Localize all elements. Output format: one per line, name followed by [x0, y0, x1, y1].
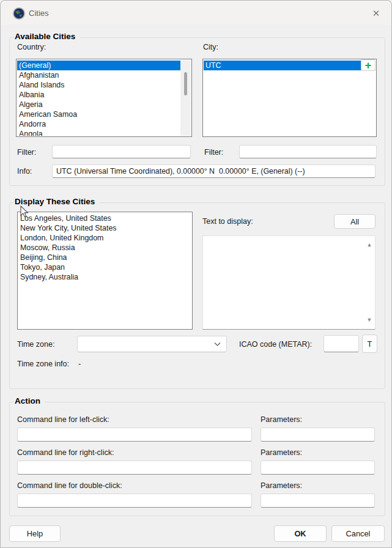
- right-click-command-label: Command line for right-click:: [17, 448, 114, 457]
- right-click-params-label: Parameters:: [261, 448, 302, 457]
- icao-input[interactable]: [324, 335, 359, 352]
- country-item[interactable]: Angola: [17, 129, 180, 136]
- ok-button[interactable]: OK: [274, 525, 327, 542]
- cities-dialog: { "window": { "title": "Cities", "close_…: [0, 0, 392, 548]
- country-item[interactable]: Algeria: [17, 100, 180, 109]
- title-bar: Cities ✕: [1, 1, 391, 25]
- time-zone-select[interactable]: [77, 336, 227, 352]
- country-item[interactable]: Andorra: [17, 119, 180, 129]
- country-item[interactable]: Afghanistan: [17, 70, 180, 80]
- display-cities-title: Display These Cities: [13, 197, 100, 206]
- scroll-up-icon[interactable]: ▲: [364, 240, 375, 250]
- icao-label: ICAO code (METAR):: [239, 339, 312, 349]
- display-city-item[interactable]: Moscow, Russia: [18, 243, 191, 253]
- left-click-command-input[interactable]: [17, 428, 252, 442]
- available-cities-title: Available Cities: [13, 32, 80, 41]
- double-click-params-label: Parameters:: [261, 481, 302, 491]
- display-cities-list: Los Angeles, United StatesNew York City,…: [18, 213, 191, 328]
- add-city-button[interactable]: +: [361, 59, 375, 71]
- t-button[interactable]: T: [362, 335, 377, 353]
- display-city-item[interactable]: Sydney, Australia: [18, 272, 191, 282]
- country-label: Country:: [17, 42, 46, 52]
- left-click-params-input[interactable]: [261, 428, 375, 442]
- filter-right-label: Filter:: [204, 147, 223, 157]
- scroll-down-icon[interactable]: ▼: [364, 315, 375, 325]
- info-label: Info:: [17, 166, 32, 176]
- city-label: City:: [203, 42, 218, 52]
- country-item[interactable]: Albania: [17, 90, 180, 100]
- display-city-item[interactable]: Beijing, China: [18, 253, 191, 262]
- display-cities-listbox: Los Angeles, United StatesNew York City,…: [17, 212, 193, 330]
- country-filter-input[interactable]: [52, 145, 191, 158]
- country-scrollbar[interactable]: [180, 60, 191, 136]
- cancel-button[interactable]: Cancel: [331, 525, 385, 542]
- display-city-item[interactable]: London, United Kingdom: [18, 233, 191, 243]
- time-zone-label: Time zone:: [17, 339, 54, 349]
- close-icon[interactable]: ✕: [368, 6, 384, 21]
- info-field: UTC (Universal Time Coordinated), 0.0000…: [52, 165, 375, 178]
- city-filter-input[interactable]: [239, 145, 377, 158]
- city-item[interactable]: UTC: [204, 61, 375, 70]
- display-city-item[interactable]: Tokyo, Japan: [18, 262, 191, 272]
- left-click-command-label: Command line for left-click:: [17, 415, 109, 424]
- country-item[interactable]: Aland Islands: [17, 80, 180, 90]
- time-zone-info-label: Time zone info:: [17, 359, 69, 369]
- text-to-display-label: Text to display:: [202, 217, 253, 226]
- text-to-display-area[interactable]: ▲ ▼: [202, 235, 375, 330]
- country-listbox: (General)AfghanistanAland IslandsAlbania…: [16, 59, 192, 137]
- filter-left-label: Filter:: [17, 147, 36, 157]
- all-button[interactable]: All: [334, 214, 375, 229]
- display-city-item[interactable]: New York City, United States: [18, 223, 191, 233]
- display-city-item[interactable]: Los Angeles, United States: [18, 213, 191, 223]
- window-title: Cities: [29, 9, 49, 18]
- double-click-command-label: Command line for double-click:: [17, 481, 122, 491]
- country-item[interactable]: (General): [17, 61, 180, 70]
- help-button[interactable]: Help: [9, 525, 61, 542]
- chevron-down-icon: [214, 342, 221, 346]
- time-zone-info-value: -: [78, 359, 81, 369]
- double-click-command-input[interactable]: [17, 494, 252, 508]
- right-click-command-input[interactable]: [17, 461, 252, 475]
- city-listbox: UTC: [202, 59, 377, 137]
- left-click-params-label: Parameters:: [261, 415, 302, 424]
- country-item[interactable]: American Samoa: [17, 109, 180, 119]
- country-scrollbar-thumb[interactable]: [184, 72, 187, 95]
- text-area-scrollbar[interactable]: ▲ ▼: [364, 236, 375, 328]
- right-click-params-input[interactable]: [261, 461, 375, 475]
- country-list: (General)AfghanistanAland IslandsAlbania…: [17, 60, 180, 136]
- double-click-params-input[interactable]: [261, 494, 375, 508]
- action-title: Action: [13, 396, 45, 405]
- city-list: UTC: [204, 60, 375, 136]
- globe-icon: [13, 7, 25, 20]
